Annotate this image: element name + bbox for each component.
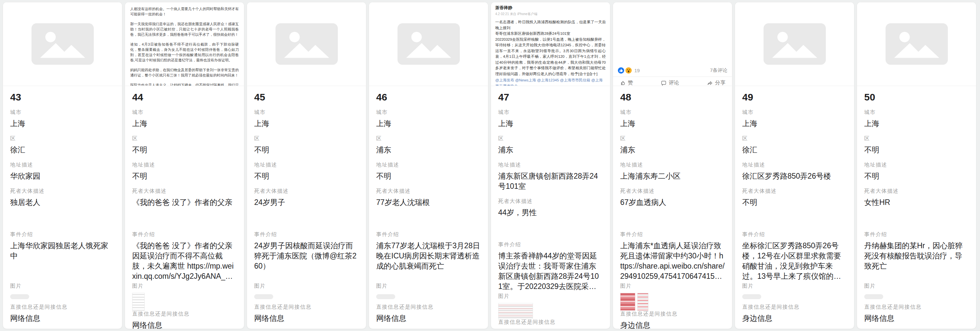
card-fields: 46 城市 上海 区 浦东 地址描述 不明 死者大体描述 77岁老人沈瑞根 事件…	[369, 86, 488, 329]
field-label-deceased: 死者大体描述	[254, 188, 359, 195]
red-post-background: irresponsible and false statements about…	[613, 2, 732, 64]
record-card-46[interactable]: 46 城市 上海 区 浦东 地址描述 不明 死者大体描述 77岁老人沈瑞根 事件…	[369, 2, 488, 329]
red-post-text: irresponsible and false statements about…	[620, 3, 725, 45]
source-value: 网络信息	[376, 313, 481, 323]
record-number: 45	[254, 92, 359, 102]
source-value: 身边信息	[620, 320, 725, 329]
field-label-source: 直接信息还是间接信息	[132, 311, 237, 318]
deceased-value: 《我的爸爸 没了》作者的父亲	[132, 197, 237, 230]
weibo-mentions: @上海发布 @News上海 @上海12345 @上海市市民信箱 @上海市志愿者协…	[495, 77, 606, 86]
field-label-image: 图片	[498, 293, 603, 300]
post-action-comment: 评论	[660, 80, 679, 86]
address-value: 徐汇区罗秀路850弄26号楼	[742, 171, 847, 181]
card-fields: 48 城市 上海 区 浦东 地址描述 上海浦东寿二小区 死者大体描述 67岁血透…	[613, 86, 732, 329]
reaction-icons: 19	[617, 67, 640, 74]
field-label-deceased: 死者大体描述	[742, 188, 847, 195]
field-label-deceased: 死者大体描述	[620, 188, 725, 195]
field-label-deceased: 死者大体描述	[132, 188, 237, 195]
image-thumbnail[interactable]	[376, 293, 481, 304]
field-label-image: 图片	[132, 283, 237, 289]
weibo-author: 茶香禅静	[495, 5, 606, 11]
weibo-body-text: 一名志愿者，昨日我投入路浦西核酸检测的队伍，但是累了一天后晚上接到哥哥住浦东新区…	[495, 19, 606, 77]
field-label-city: 城市	[742, 109, 847, 116]
source-value: 网络信息	[10, 313, 115, 323]
field-label-address: 地址描述	[864, 162, 969, 168]
post-action-like: 赞	[620, 80, 633, 86]
weibo-paragraph: 哥哥住浦东新区唐镇创新西路28弄24号101室	[495, 31, 606, 37]
post-action-bar: 赞评论分享	[613, 77, 732, 86]
image-thumbnail[interactable]	[864, 293, 969, 304]
like-icon	[617, 67, 624, 74]
article-screenshot: 人都没有这样的机会。一个病人需要几十个人的同时帮助和关怀才有可能获得一丝的机会！…	[125, 2, 244, 86]
field-label-district: 区	[742, 135, 847, 142]
district-value: 不明	[864, 145, 969, 155]
image-thumbnail[interactable]	[498, 303, 603, 319]
image-thumbnail[interactable]	[254, 293, 359, 304]
image-thumbnail[interactable]	[620, 293, 725, 311]
card-fields: 43 城市 上海 区 徐汇 地址描述 华欣家园 死者大体描述 独居老人 事件介绍…	[3, 86, 122, 329]
record-number: 43	[10, 92, 115, 102]
record-card-50[interactable]: 50 城市 上海 区 不明 地址描述 不明 死者大体描述 女性HR 事件介绍 丹…	[857, 2, 977, 329]
field-label-district: 区	[620, 135, 725, 142]
field-label-district: 区	[10, 135, 115, 142]
source-field: 直接信息还是间接信息 网络信息	[132, 311, 237, 329]
image-placeholder-icon	[857, 2, 976, 86]
image-thumbnail[interactable]	[10, 293, 115, 304]
record-card-45[interactable]: 45 城市 上海 区 不明 地址描述 不明 死者大体描述 24岁男子 事件介绍 …	[247, 2, 366, 329]
wow-icon	[625, 67, 632, 74]
record-card-49[interactable]: 49 城市 上海 区 徐汇 地址描述 徐汇区罗秀路850弄26号楼 死者大体描述…	[735, 2, 854, 329]
event-value: 24岁男子因核酸而延误治疗而猝死于浦东医院（微博@红茶260）	[254, 241, 359, 281]
deceased-value: 独居老人	[10, 197, 115, 230]
field-label-source: 直接信息还是间接信息	[376, 304, 481, 311]
city-value: 上海	[254, 118, 359, 129]
field-label-event: 事件介绍	[10, 231, 115, 238]
address-value: 不明	[376, 171, 481, 181]
record-number: 46	[376, 92, 481, 102]
record-card-44[interactable]: 人都没有这样的机会。一个病人需要几十个人的同时帮助和关怀才有可能获得一丝的机会！…	[125, 2, 244, 329]
thumbnail-t-pill	[864, 294, 883, 299]
field-label-address: 地址描述	[376, 162, 481, 168]
city-value: 上海	[864, 118, 969, 129]
image-placeholder-icon	[247, 2, 366, 86]
field-label-district: 区	[864, 135, 969, 142]
field-label-source: 直接信息还是间接信息	[620, 311, 725, 318]
city-value: 上海	[376, 118, 481, 129]
image-placeholder-icon	[3, 2, 122, 86]
article-paragraph: 那一天我觉得我们是幸运的，我还在朋友圈里感谢人民群众！感谢互助！当时我的小区已被…	[130, 21, 239, 37]
field-label-city: 城市	[620, 109, 725, 116]
city-value: 上海	[742, 118, 847, 129]
source-field: 直接信息还是间接信息 网络信息	[376, 304, 481, 323]
field-label-event: 事件介绍	[376, 231, 481, 238]
event-value: 丹纳赫集团的某Hr，因心脏猝死没有核酸报告耽误治疗，导致死亡	[864, 241, 969, 281]
weibo-paragraph: 一名志愿者，昨日我投入路浦西核酸检测的队伍，但是累了一天后晚上接到	[495, 19, 606, 31]
field-label-image: 图片	[864, 283, 969, 289]
thumbnail-t-doc2	[637, 293, 648, 311]
city-value: 上海	[10, 118, 115, 129]
deceased-value: 44岁，男性	[498, 208, 603, 240]
record-number: 44	[132, 92, 237, 102]
like-count: 19	[634, 68, 640, 73]
record-card-43[interactable]: 43 城市 上海 区 徐汇 地址描述 华欣家园 死者大体描述 独居老人 事件介绍…	[3, 2, 123, 329]
field-label-event: 事件介绍	[864, 231, 969, 238]
field-label-address: 地址描述	[620, 162, 725, 168]
record-card-48[interactable]: irresponsible and false statements about…	[612, 2, 732, 329]
weibo-screenshot: 茶香禅静 4.2 02:21 来自 iPhone客户端 一名志愿者，昨日我投入路…	[491, 2, 610, 86]
card-cover	[3, 2, 122, 86]
card-cover	[369, 2, 488, 86]
source-value: 网络信息	[132, 320, 237, 329]
card-fields: 47 城市 上海 区 浦东 地址描述 浦东新区唐镇创新西路28弄24号101室 …	[491, 86, 610, 329]
image-placeholder-icon	[735, 2, 854, 86]
card-cover: 人都没有这样的机会。一个病人需要几十个人的同时帮助和关怀才有可能获得一丝的机会！…	[125, 2, 244, 86]
image-thumbnail[interactable]	[132, 293, 237, 311]
card-cover	[735, 2, 854, 86]
field-label-district: 区	[498, 135, 603, 142]
post-action-share: 分享	[707, 80, 725, 86]
thumbnail-t-red	[620, 293, 635, 311]
field-label-city: 城市	[132, 109, 237, 116]
image-thumbnail[interactable]	[742, 293, 847, 304]
event-value: 浦东77岁老人沈瑞根于3月28日晚在ICU病房因长期末肾透析造成的心肌衰竭而死亡	[376, 241, 481, 281]
gallery-board: 43 城市 上海 区 徐汇 地址描述 华欣家园 死者大体描述 独居老人 事件介绍…	[0, 0, 980, 331]
record-card-47[interactable]: 茶香禅静 4.2 02:21 来自 iPhone客户端 一名志愿者，昨日我投入路…	[491, 2, 610, 329]
event-value: 坐标徐汇区罗秀路850弄26号楼，12号在小区群里求救需要硝酸甘油，没见到救护车…	[742, 241, 847, 281]
article-paragraph: 妈妈只能四处求助，在我们物业及居委的帮助下拿到一张非常宝贵的通行证，整个小区就只…	[130, 67, 239, 78]
